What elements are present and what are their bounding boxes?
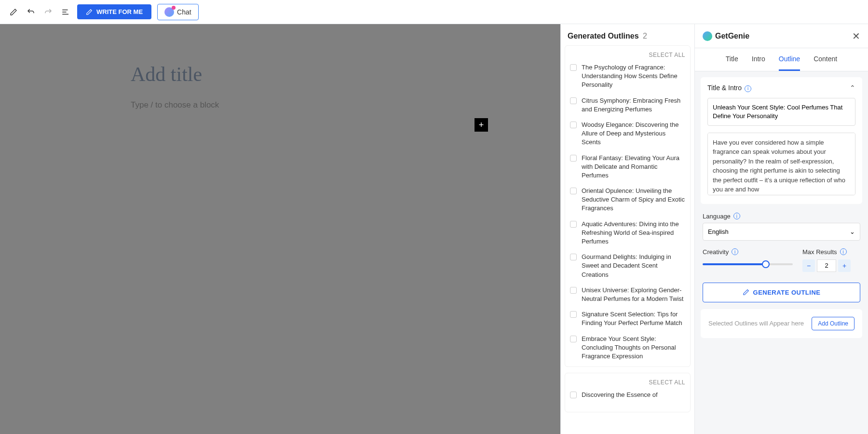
- tabs: Title Intro Outline Content: [695, 48, 868, 71]
- creativity-label: Creativityi: [703, 248, 793, 256]
- decrement-button[interactable]: −: [802, 259, 815, 272]
- outline-item[interactable]: Discovering the Essence of: [570, 391, 685, 399]
- write-label: WRITE FOR ME: [96, 8, 143, 15]
- title-input[interactable]: [707, 98, 855, 126]
- tab-title[interactable]: Title: [726, 48, 738, 71]
- generate-outline-button[interactable]: GENERATE OUTLINE: [703, 283, 860, 302]
- creativity-slider[interactable]: [703, 263, 793, 265]
- section-label: Title & Intro: [707, 84, 742, 92]
- main-area: Add title Type / to choose a block + Gen…: [0, 24, 868, 434]
- outline-item[interactable]: Embrace Your Scent Style: Concluding Tho…: [570, 335, 685, 361]
- outlines-count: 2: [643, 32, 647, 40]
- tab-content[interactable]: Content: [814, 48, 837, 71]
- brand-name: GetGenie: [715, 32, 749, 41]
- outline-text: Aquatic Adventures: Diving into the Refr…: [582, 220, 685, 246]
- outline-item[interactable]: Signature Scent Selection: Tips for Find…: [570, 310, 685, 327]
- outline-item[interactable]: The Psychology of Fragrance: Understandi…: [570, 63, 685, 90]
- select-all-button[interactable]: SELECT ALL: [570, 379, 685, 386]
- pencil-icon[interactable]: [8, 6, 19, 18]
- tab-outline[interactable]: Outline: [779, 48, 800, 71]
- checkbox-icon[interactable]: [570, 254, 577, 260]
- outline-item[interactable]: Unisex Universe: Exploring Gender-Neutra…: [570, 286, 685, 303]
- checkbox-icon[interactable]: [570, 336, 577, 342]
- outline-card: SELECT ALL The Psychology of Fragrance: …: [565, 45, 691, 367]
- side-body: Title & Introi ⌃ Languagei English ⌄: [695, 71, 868, 434]
- brand-logo: GetGenie: [703, 31, 749, 41]
- outline-text: Oriental Opulence: Unveiling the Seducti…: [582, 187, 685, 213]
- checkbox-icon[interactable]: [570, 188, 577, 194]
- close-icon[interactable]: ✕: [852, 30, 860, 42]
- outline-item[interactable]: Gourmand Delights: Indulging in Sweet an…: [570, 253, 685, 279]
- outline-card: SELECT ALL Discovering the Essence of: [565, 373, 691, 412]
- chat-avatar-icon: [164, 7, 174, 17]
- outline-text: Embrace Your Scent Style: Concluding Tho…: [582, 335, 685, 361]
- chat-button[interactable]: Chat: [157, 4, 199, 20]
- checkbox-icon[interactable]: [570, 392, 577, 398]
- checkbox-icon[interactable]: [570, 155, 577, 162]
- outline-text: Discovering the Essence of: [582, 391, 658, 399]
- editor-canvas[interactable]: Add title Type / to choose a block +: [0, 24, 560, 434]
- outline-text: Floral Fantasy: Elevating Your Aura with…: [582, 154, 685, 180]
- info-icon[interactable]: i: [840, 248, 847, 255]
- settings-section: Languagei English ⌄ Creativityi: [701, 210, 862, 309]
- select-all-button[interactable]: SELECT ALL: [570, 52, 685, 58]
- max-results-stepper: − +: [802, 259, 860, 272]
- checkbox-icon[interactable]: [570, 287, 577, 294]
- language-value: English: [708, 228, 729, 235]
- outline-item[interactable]: Citrus Symphony: Embracing Fresh and Ene…: [570, 96, 685, 114]
- outline-item[interactable]: Floral Fantasy: Elevating Your Aura with…: [570, 154, 685, 180]
- checkbox-icon[interactable]: [570, 311, 577, 318]
- title-intro-section: Title & Introi ⌃: [701, 77, 862, 204]
- outline-item[interactable]: Woodsy Elegance: Discovering the Allure …: [570, 121, 685, 147]
- outline-text: Signature Scent Selection: Tips for Find…: [582, 310, 685, 327]
- redo-icon[interactable]: [42, 6, 54, 18]
- outline-text: Gourmand Delights: Indulging in Sweet an…: [582, 253, 685, 279]
- side-header: GetGenie ✕: [695, 24, 868, 48]
- outline-item[interactable]: Oriental Opulence: Unveiling the Seducti…: [570, 187, 685, 213]
- checkbox-icon[interactable]: [570, 122, 577, 128]
- chevron-down-icon: ⌄: [850, 228, 855, 235]
- checkbox-icon[interactable]: [570, 221, 577, 228]
- block-placeholder[interactable]: Type / to choose a block: [131, 100, 430, 110]
- selected-placeholder: Selected Outlines will Appear here: [708, 320, 804, 327]
- outline-text: Unisex Universe: Exploring Gender-Neutra…: [582, 286, 685, 303]
- outline-text: The Psychology of Fragrance: Understandi…: [582, 63, 685, 90]
- outline-item[interactable]: Aquatic Adventures: Diving into the Refr…: [570, 220, 685, 246]
- title-placeholder[interactable]: Add title: [131, 63, 430, 86]
- chevron-up-icon[interactable]: ⌃: [850, 84, 855, 92]
- chat-label: Chat: [177, 8, 191, 16]
- outlines-header: Generated Outlines 2: [561, 24, 694, 45]
- outline-text: Woodsy Elegance: Discovering the Allure …: [582, 121, 685, 147]
- intro-input[interactable]: [707, 133, 855, 195]
- outlines-scroll[interactable]: SELECT ALL The Psychology of Fragrance: …: [561, 45, 694, 434]
- language-label: Languagei: [703, 213, 860, 220]
- selected-outlines-area: Selected Outlines will Appear here Add O…: [701, 309, 862, 338]
- checkbox-icon[interactable]: [570, 64, 577, 71]
- max-results-input[interactable]: [817, 259, 836, 272]
- generate-label: GENERATE OUTLINE: [753, 289, 821, 296]
- add-block-button[interactable]: +: [475, 118, 488, 132]
- checkbox-icon[interactable]: [570, 97, 577, 104]
- undo-icon[interactable]: [25, 6, 37, 18]
- language-select[interactable]: English ⌄: [703, 223, 860, 241]
- max-results-label: Max Resultsi: [802, 248, 860, 256]
- write-for-me-button[interactable]: WRITE FOR ME: [77, 4, 151, 19]
- logo-icon: [703, 31, 712, 41]
- info-icon[interactable]: i: [733, 213, 740, 219]
- outlines-panel: Generated Outlines 2 SELECT ALL The Psyc…: [560, 24, 694, 434]
- info-icon[interactable]: i: [745, 85, 751, 92]
- add-outline-button[interactable]: Add Outline: [812, 317, 854, 330]
- outlines-title: Generated Outlines: [568, 32, 639, 40]
- top-toolbar: WRITE FOR ME Chat: [0, 0, 868, 24]
- tab-intro[interactable]: Intro: [752, 48, 765, 71]
- list-icon[interactable]: [60, 6, 71, 18]
- increment-button[interactable]: +: [838, 259, 851, 272]
- outline-text: Citrus Symphony: Embracing Fresh and Ene…: [582, 96, 685, 114]
- slider-thumb[interactable]: [762, 260, 770, 268]
- side-panel: GetGenie ✕ Title Intro Outline Content T…: [694, 24, 868, 434]
- section-header[interactable]: Title & Introi ⌃: [707, 84, 855, 92]
- info-icon[interactable]: i: [732, 248, 738, 255]
